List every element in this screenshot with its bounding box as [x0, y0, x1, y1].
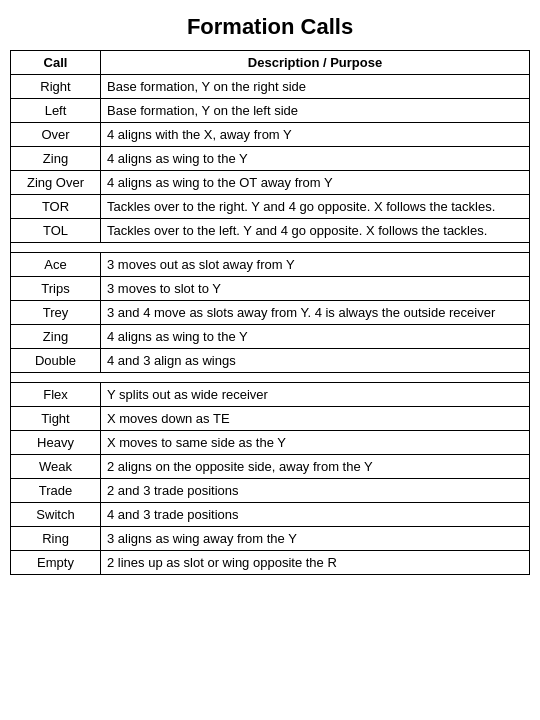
call-cell: Trey [11, 301, 101, 325]
desc-cell: 3 aligns as wing away from the Y [101, 527, 530, 551]
table-row: Trade2 and 3 trade positions [11, 479, 530, 503]
table-row: Switch4 and 3 trade positions [11, 503, 530, 527]
desc-cell: 2 and 3 trade positions [101, 479, 530, 503]
call-cell: Heavy [11, 431, 101, 455]
table-row: Zing4 aligns as wing to the Y [11, 147, 530, 171]
call-cell: Ring [11, 527, 101, 551]
call-cell: Right [11, 75, 101, 99]
call-cell: Zing Over [11, 171, 101, 195]
table-row: Double4 and 3 align as wings [11, 349, 530, 373]
desc-cell: 4 aligns as wing to the OT away from Y [101, 171, 530, 195]
desc-cell: 4 and 3 trade positions [101, 503, 530, 527]
table-row: Zing Over4 aligns as wing to the OT away… [11, 171, 530, 195]
table-row: LeftBase formation, Y on the left side [11, 99, 530, 123]
desc-cell: 4 aligns as wing to the Y [101, 147, 530, 171]
desc-cell: 3 moves to slot to Y [101, 277, 530, 301]
table-row: RightBase formation, Y on the right side [11, 75, 530, 99]
col-header-call: Call [11, 51, 101, 75]
desc-cell: 2 aligns on the opposite side, away from… [101, 455, 530, 479]
table-row: Trey3 and 4 move as slots away from Y. 4… [11, 301, 530, 325]
call-cell: Ace [11, 253, 101, 277]
desc-cell: Base formation, Y on the left side [101, 99, 530, 123]
table-row: Trips3 moves to slot to Y [11, 277, 530, 301]
table-row: TOLTackles over to the left. Y and 4 go … [11, 219, 530, 243]
table-row: Weak2 aligns on the opposite side, away … [11, 455, 530, 479]
call-cell: TOR [11, 195, 101, 219]
call-cell: Trade [11, 479, 101, 503]
page-title: Formation Calls [10, 8, 530, 50]
desc-cell: 3 and 4 move as slots away from Y. 4 is … [101, 301, 530, 325]
call-cell: Switch [11, 503, 101, 527]
table-row: Zing4 aligns as wing to the Y [11, 325, 530, 349]
desc-cell: 4 aligns as wing to the Y [101, 325, 530, 349]
table-row: Ace3 moves out as slot away from Y [11, 253, 530, 277]
call-cell: Empty [11, 551, 101, 575]
call-cell: Zing [11, 325, 101, 349]
call-cell: Zing [11, 147, 101, 171]
call-cell: Tight [11, 407, 101, 431]
desc-cell: 3 moves out as slot away from Y [101, 253, 530, 277]
call-cell: Flex [11, 383, 101, 407]
call-cell: Over [11, 123, 101, 147]
table-row: TORTackles over to the right. Y and 4 go… [11, 195, 530, 219]
table-row: Ring3 aligns as wing away from the Y [11, 527, 530, 551]
table-row: HeavyX moves to same side as the Y [11, 431, 530, 455]
desc-cell: 2 lines up as slot or wing opposite the … [101, 551, 530, 575]
call-cell: TOL [11, 219, 101, 243]
call-cell: Double [11, 349, 101, 373]
page-container: Formation Calls Call Description / Purpo… [0, 0, 540, 583]
call-cell: Weak [11, 455, 101, 479]
formation-calls-table: Call Description / Purpose RightBase for… [10, 50, 530, 575]
spacer-row [11, 243, 530, 253]
table-row: TightX moves down as TE [11, 407, 530, 431]
table-row: Empty2 lines up as slot or wing opposite… [11, 551, 530, 575]
desc-cell: X moves down as TE [101, 407, 530, 431]
desc-cell: X moves to same side as the Y [101, 431, 530, 455]
desc-cell: Y splits out as wide receiver [101, 383, 530, 407]
desc-cell: 4 and 3 align as wings [101, 349, 530, 373]
call-cell: Left [11, 99, 101, 123]
spacer-row [11, 373, 530, 383]
desc-cell: Base formation, Y on the right side [101, 75, 530, 99]
table-row: Over4 aligns with the X, away from Y [11, 123, 530, 147]
desc-cell: Tackles over to the left. Y and 4 go opp… [101, 219, 530, 243]
desc-cell: 4 aligns with the X, away from Y [101, 123, 530, 147]
desc-cell: Tackles over to the right. Y and 4 go op… [101, 195, 530, 219]
col-header-desc: Description / Purpose [101, 51, 530, 75]
table-row: FlexY splits out as wide receiver [11, 383, 530, 407]
call-cell: Trips [11, 277, 101, 301]
